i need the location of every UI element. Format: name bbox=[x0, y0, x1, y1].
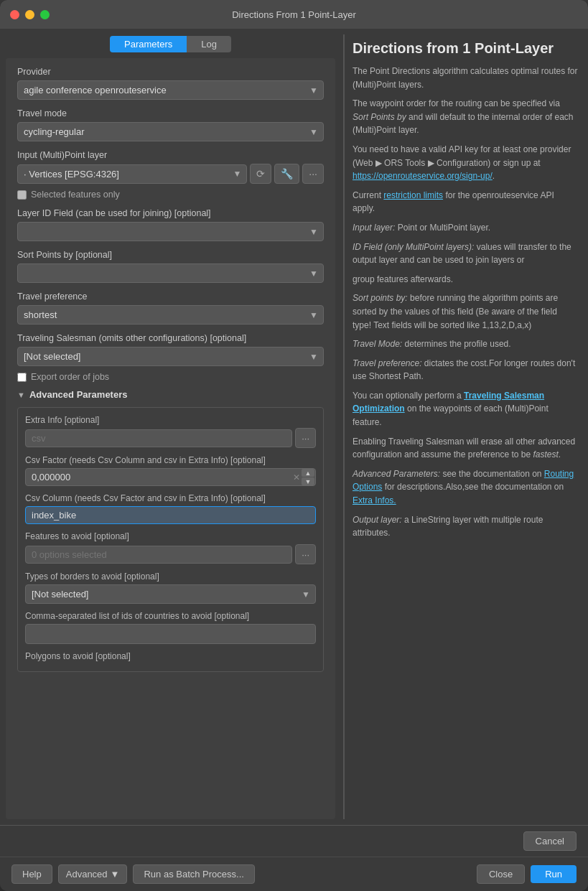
advanced-content: Extra Info [optional] ··· Csv Factor (ne… bbox=[17, 407, 324, 672]
help-p11: You can optionally perform a Traveling S… bbox=[353, 389, 578, 429]
travel-mode-label: Travel mode bbox=[17, 108, 324, 118]
help-p10: Travel preference: dictates the cost.For… bbox=[353, 357, 578, 383]
parameters-panel: Provider agile conference openrouteservi… bbox=[6, 58, 335, 819]
footer-left: Help Advanced ▼ Run as Batch Process... bbox=[11, 864, 255, 884]
borders-avoid-wrapper: [Not selected] ▼ bbox=[25, 584, 316, 604]
csv-column-label: Csv Column (needs Csv Factor and csv in … bbox=[25, 493, 316, 503]
restriction-link[interactable]: restriction limits bbox=[383, 190, 443, 200]
layer-id-select[interactable] bbox=[17, 222, 324, 241]
layer-id-label: Layer ID Field (can be used for joining)… bbox=[17, 208, 324, 218]
input-layer-refresh-button[interactable]: ⟳ bbox=[250, 164, 271, 184]
help-title: Directions from 1 Point-Layer bbox=[353, 39, 578, 57]
input-layer-row: · Vertices [EPSG:4326] ▼ ⟳ 🔧 ··· bbox=[17, 164, 324, 184]
advanced-button[interactable]: Advanced ▼ bbox=[58, 864, 128, 884]
features-avoid-label: Features to avoid [optional] bbox=[25, 531, 316, 541]
help-panel: Directions from 1 Point-Layer The Point … bbox=[347, 29, 588, 825]
input-layer-settings-button[interactable]: 🔧 bbox=[274, 164, 299, 184]
help-p9: Travel Mode: determines the profile used… bbox=[353, 337, 578, 351]
selected-features-row: Selected features only bbox=[17, 190, 324, 200]
export-order-label: Export order of jobs bbox=[31, 372, 109, 382]
travel-mode-wrapper: cycling-regular ▼ bbox=[17, 122, 324, 141]
minimize-window-button[interactable] bbox=[25, 10, 34, 19]
input-layer-more-button[interactable]: ··· bbox=[302, 164, 324, 184]
advanced-header-label: Advanced Parameters bbox=[29, 389, 128, 400]
batch-process-button[interactable]: Run as Batch Process... bbox=[133, 864, 254, 884]
features-avoid-input[interactable] bbox=[25, 546, 292, 564]
salesman-wrapper: [Not selected] ▼ bbox=[17, 347, 324, 366]
features-avoid-button[interactable]: ··· bbox=[295, 544, 316, 564]
travel-pref-wrapper: shortest ▼ bbox=[17, 305, 324, 325]
footer-bar: Help Advanced ▼ Run as Batch Process... … bbox=[0, 857, 588, 891]
tab-log[interactable]: Log bbox=[187, 36, 231, 52]
help-p5: Input layer: Point or MultiPoint layer. bbox=[353, 221, 578, 235]
close-button[interactable]: Close bbox=[477, 864, 525, 884]
advanced-section: ▼ Advanced Parameters Extra Info [option… bbox=[17, 389, 324, 672]
panel-divider bbox=[341, 29, 347, 825]
export-order-checkbox[interactable] bbox=[17, 373, 27, 382]
help-button[interactable]: Help bbox=[11, 864, 52, 884]
window-title: Directions From 1 Point-Layer bbox=[232, 9, 356, 20]
selected-features-label: Selected features only bbox=[31, 190, 120, 200]
advanced-header[interactable]: ▼ Advanced Parameters bbox=[17, 389, 324, 400]
country-ids-label: Comma-separated list of ids of countries… bbox=[25, 611, 316, 621]
features-avoid-row: ··· bbox=[25, 544, 316, 564]
help-p2: The waypoint order for the routing can b… bbox=[353, 97, 578, 137]
close-window-button[interactable] bbox=[10, 10, 19, 19]
selected-features-checkbox[interactable] bbox=[17, 190, 27, 200]
travel-pref-select[interactable]: shortest bbox=[17, 305, 324, 325]
csv-column-input[interactable] bbox=[25, 506, 316, 524]
divider-line bbox=[343, 34, 345, 819]
cancel-bar: Cancel bbox=[0, 825, 588, 857]
cancel-button[interactable]: Cancel bbox=[523, 831, 577, 851]
input-layer-wrapper: · Vertices [EPSG:4326] ▼ bbox=[17, 164, 247, 184]
borders-avoid-label: Types of borders to avoid [optional] bbox=[25, 572, 316, 582]
extra-info-row: ··· bbox=[25, 428, 316, 448]
help-p3: You need to have a valid API key for at … bbox=[353, 143, 578, 183]
provider-label: Provider bbox=[17, 67, 324, 77]
country-ids-input[interactable] bbox=[25, 624, 316, 644]
polygons-avoid-label: Polygons to avoid [optional] bbox=[25, 651, 316, 661]
tabs-bar: Parameters Log bbox=[0, 29, 341, 58]
help-p13: Advanced Parameters: see the documentati… bbox=[353, 467, 578, 508]
help-p8: Sort points by: before running the algor… bbox=[353, 291, 578, 332]
extra-info-button[interactable]: ··· bbox=[295, 428, 316, 448]
titlebar: Directions From 1 Point-Layer bbox=[0, 0, 588, 29]
csv-factor-up-button[interactable]: ▲ bbox=[302, 469, 314, 477]
layer-id-wrapper: ▼ bbox=[17, 222, 324, 241]
travel-pref-label: Travel preference bbox=[17, 291, 324, 302]
salesman-select[interactable]: [Not selected] bbox=[17, 347, 324, 366]
tab-parameters[interactable]: Parameters bbox=[110, 36, 187, 52]
sort-points-wrapper: ▼ bbox=[17, 263, 324, 283]
extra-info-input[interactable] bbox=[25, 429, 292, 447]
provider-wrapper: agile conference openrouteservice ▼ bbox=[17, 80, 324, 100]
borders-avoid-select[interactable]: [Not selected] bbox=[25, 584, 316, 604]
help-p4: Current restriction limits for the openr… bbox=[353, 189, 578, 215]
signup-link[interactable]: https://openrouteservice.org/sign-up/ bbox=[353, 171, 493, 181]
sort-points-select[interactable] bbox=[17, 263, 324, 283]
run-button[interactable]: Run bbox=[531, 865, 577, 883]
csv-factor-label: Csv Factor (needs Csv Column and csv in … bbox=[25, 455, 316, 465]
salesman-label: Traveling Salesman (omits other configur… bbox=[17, 333, 324, 343]
extra-info-label: Extra Info [optional] bbox=[25, 415, 316, 425]
help-p12: Enabling Traveling Salesman will erase a… bbox=[353, 435, 578, 462]
csv-factor-spinbox: ▲ ▼ bbox=[302, 469, 314, 485]
maximize-window-button[interactable] bbox=[40, 10, 50, 19]
input-layer-select[interactable]: · Vertices [EPSG:4326] bbox=[17, 164, 247, 184]
help-p7: group features afterwards. bbox=[353, 273, 578, 286]
help-p1: The Point Directions algorithm calculate… bbox=[353, 65, 578, 91]
csv-factor-wrapper: ✕ ▲ ▼ bbox=[25, 468, 316, 486]
provider-select[interactable]: agile conference openrouteservice bbox=[17, 80, 324, 100]
advanced-collapse-icon: ▼ bbox=[17, 391, 25, 399]
travel-mode-select[interactable]: cycling-regular bbox=[17, 122, 324, 141]
advanced-dropdown-icon: ▼ bbox=[111, 869, 120, 880]
left-panel: Parameters Log Provider agile conference… bbox=[0, 29, 341, 825]
help-p14: Output layer: a LineString layer with mu… bbox=[353, 513, 578, 540]
extra-infos-link[interactable]: Extra Infos. bbox=[353, 495, 396, 505]
csv-factor-input[interactable] bbox=[25, 468, 316, 486]
csv-factor-clear-button[interactable]: ✕ bbox=[293, 472, 300, 482]
input-layer-label: Input (Multi)Point layer bbox=[17, 150, 324, 160]
help-p6: ID Field (only MultiPoint layers): value… bbox=[353, 241, 578, 267]
csv-factor-down-button[interactable]: ▼ bbox=[302, 477, 314, 485]
salesman-link[interactable]: Traveling Salesman Optimization bbox=[353, 391, 544, 414]
sort-points-label: Sort Points by [optional] bbox=[17, 250, 324, 260]
